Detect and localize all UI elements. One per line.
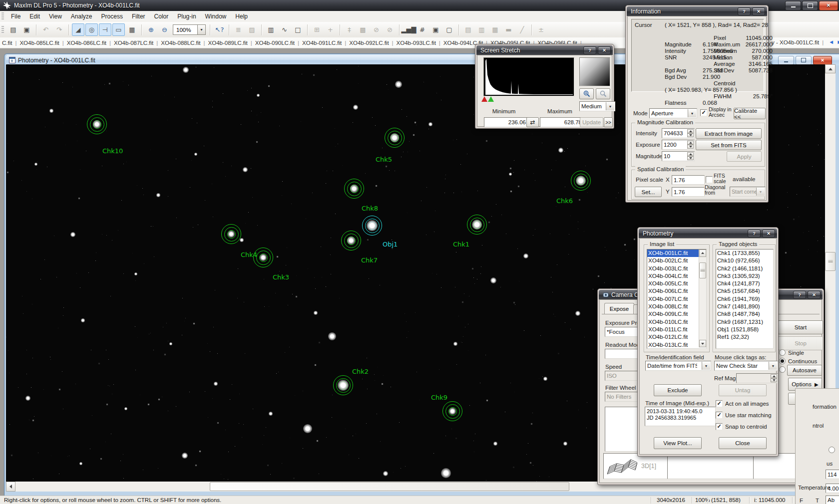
crop-icon[interactable]: □: [292, 23, 304, 36]
screen-stretch-title-bar[interactable]: Screen Stretch ? ✕: [476, 45, 613, 55]
crosshair-toggle-icon[interactable]: ◎: [85, 23, 98, 36]
menu-item[interactable]: Plug-in: [173, 12, 200, 21]
tagged-objects-list[interactable]: Chk1 (1733,855)Chk10 (972,656)Chk2 (1466…: [716, 249, 774, 349]
equalize-icon[interactable]: ▨: [246, 23, 258, 36]
image-list-item[interactable]: XO4b-011LC.fit: [647, 326, 706, 333]
information-title-bar[interactable]: Information ? ✕: [627, 6, 767, 16]
document-tab[interactable]: XO4b-092LC.fit: [349, 40, 389, 46]
pixel-math-icon[interactable]: ±: [535, 23, 547, 36]
image-list-item[interactable]: XO4b-004LC.fit: [647, 272, 706, 280]
duplicate-icon[interactable]: ⊞: [311, 23, 323, 36]
start-button[interactable]: Start: [778, 320, 823, 334]
image-list-item[interactable]: XO4b-006LC.fit: [647, 287, 706, 295]
information-window-icon[interactable]: ▥: [265, 23, 277, 36]
expand-button[interactable]: >>: [604, 117, 613, 127]
option-checkbox[interactable]: [716, 400, 723, 407]
tagged-object-item[interactable]: Chk2 (1466,1181): [716, 265, 773, 272]
list-scroll-up-icon[interactable]: [699, 250, 706, 257]
tagged-object-item[interactable]: Chk4 (1241,877): [716, 280, 773, 287]
toolbar-grip[interactable]: [1, 26, 4, 34]
fits-scale-checkbox[interactable]: [706, 176, 713, 183]
option-checkbox[interactable]: [716, 423, 723, 430]
calibration-grid-icon[interactable]: ▩: [357, 23, 369, 36]
open-file-icon[interactable]: ▤: [7, 23, 19, 36]
set-button[interactable]: Set...: [635, 187, 662, 197]
zoom-in-histogram-button[interactable]: [579, 88, 594, 99]
histogram[interactable]: [483, 57, 574, 96]
undo-icon[interactable]: ↶: [39, 23, 52, 36]
list-scroll-down-icon[interactable]: [699, 340, 706, 347]
ref-mag-spinner[interactable]: [771, 374, 777, 382]
app-minimize-button[interactable]: [785, 1, 801, 10]
tagged-object-item[interactable]: Chk1 (1733,855): [716, 250, 773, 257]
ref-mag-field[interactable]: [736, 373, 778, 383]
document-tab[interactable]: XO4b-093LC.fit: [397, 40, 436, 46]
mouse-click-tags-select[interactable]: New Check Star: [714, 361, 778, 371]
save-icon[interactable]: ▣: [20, 23, 33, 36]
stretch-mode-select[interactable]: Medium: [579, 101, 615, 111]
menu-item[interactable]: View: [44, 12, 66, 21]
add-icon[interactable]: +: [324, 23, 337, 36]
dropdown-arrow-icon[interactable]: [756, 188, 765, 196]
display-in-arcsec-checkbox[interactable]: [700, 109, 707, 116]
untag-button[interactable]: Untag: [719, 384, 767, 396]
apply-button[interactable]: Apply: [727, 151, 762, 162]
menu-item[interactable]: Process: [97, 12, 127, 21]
exposure-spinner[interactable]: [687, 141, 694, 149]
information-close-button[interactable]: ✕: [752, 7, 765, 15]
tagged-object-item[interactable]: Chk9 (1687,1231): [716, 318, 773, 326]
vertical-scroll-thumb[interactable]: [825, 252, 836, 271]
image-list-item[interactable]: XO4b-013LC.fit: [647, 341, 706, 349]
image-list-item[interactable]: XO4b-002LC.fit: [647, 257, 706, 264]
graph-tab-2[interactable]: [667, 453, 757, 479]
app-maximize-button[interactable]: [802, 1, 818, 10]
magnitude-field[interactable]: 10: [662, 151, 695, 161]
tagged-object-item[interactable]: Chk6 (1941,769): [716, 295, 773, 303]
start-corner-select[interactable]: Start corner: [730, 187, 766, 197]
scroll-up-icon[interactable]: [825, 64, 836, 73]
view-plot-button[interactable]: View Plot...: [654, 437, 702, 449]
screen-stretch-toggle-icon[interactable]: ◢: [72, 23, 84, 36]
minimum-slider-icon[interactable]: [481, 96, 487, 102]
photometry-help-button[interactable]: ?: [748, 230, 761, 238]
autosave-radio[interactable]: [779, 366, 786, 373]
horizontal-scroll-thumb[interactable]: [210, 482, 569, 491]
list-scroll-thumb[interactable]: [699, 262, 706, 278]
graph-window-icon[interactable]: ▂▅▇: [403, 23, 415, 36]
curves-icon[interactable]: ╱: [516, 23, 528, 36]
maximum-slider-icon[interactable]: [488, 96, 494, 102]
line-profile-icon[interactable]: ∿: [278, 23, 291, 36]
menu-item[interactable]: Help: [231, 12, 252, 21]
menu-item[interactable]: Filter: [127, 12, 150, 21]
marquee-icon[interactable]: ▢: [443, 23, 455, 36]
kernel-medium-icon[interactable]: ▥: [475, 23, 488, 36]
tagged-object-item[interactable]: Chk10 (972,656): [716, 257, 773, 264]
intensity-spinner[interactable]: [687, 129, 694, 137]
menu-item[interactable]: Edit: [25, 12, 44, 21]
dropdown-arrow-icon[interactable]: ▼: [197, 25, 205, 34]
screen-stretch-close-button[interactable]: ✕: [598, 46, 611, 54]
document-tab[interactable]: XO4b-088LC.fit: [161, 40, 200, 46]
set-from-fits-button[interactable]: Set from FITS: [696, 140, 762, 150]
update-button[interactable]: Update: [580, 117, 603, 127]
tagged-object-item[interactable]: Ref1 (32,32): [716, 333, 773, 341]
mode-select[interactable]: Aperture: [649, 108, 697, 118]
screen-stretch-help-button[interactable]: ?: [583, 46, 596, 54]
zoom-out-icon[interactable]: ⊖: [158, 23, 171, 36]
properties-icon[interactable]: ▦: [126, 23, 138, 36]
kernel-high-icon[interactable]: ▦: [489, 23, 501, 36]
pixel-scale-y-field[interactable]: 1.76: [672, 187, 705, 197]
image-minimize-button[interactable]: [778, 56, 794, 65]
zoom-level-select[interactable]: 100%▼: [173, 24, 206, 35]
align-icon[interactable]: #: [416, 23, 428, 36]
image-list-item[interactable]: XO4b-007LC.fit: [647, 295, 706, 303]
document-tab[interactable]: XO4b-089LC.fit: [208, 40, 248, 46]
image-maximize-button[interactable]: [796, 56, 812, 65]
tagged-object-item[interactable]: Chk3 (1305,923): [716, 272, 773, 280]
ab-fragment-field[interactable]: Ab: [826, 496, 839, 504]
setpoint-field[interactable]: 114: [826, 470, 839, 479]
tagged-object-item[interactable]: Obj1 (1521,858): [716, 326, 773, 333]
menu-item[interactable]: Color: [150, 12, 173, 21]
menu-grip[interactable]: [1, 12, 4, 20]
document-tab[interactable]: C.fit: [2, 40, 12, 46]
